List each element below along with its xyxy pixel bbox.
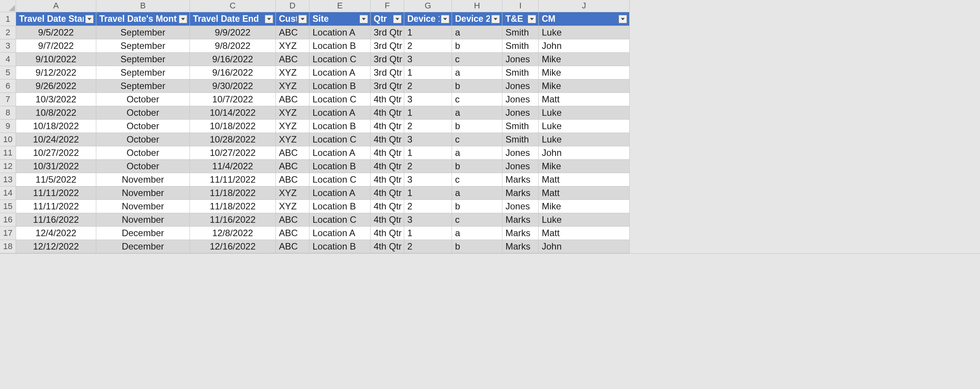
cell-D4[interactable]: ABC: [276, 53, 309, 66]
cell-C11[interactable]: 10/27/2022: [190, 146, 276, 160]
cell-E9[interactable]: Location B: [309, 120, 371, 133]
cell-I13[interactable]: Marks: [502, 173, 539, 186]
cell-B11[interactable]: October: [96, 146, 190, 160]
cell-H14[interactable]: a: [452, 186, 502, 200]
column-header-C[interactable]: C: [190, 0, 276, 12]
cell-F12[interactable]: 4th Qtr: [371, 160, 404, 173]
cell-G17[interactable]: 1: [404, 227, 452, 240]
cell-B8[interactable]: October: [96, 106, 190, 120]
cell-E11[interactable]: Location A: [309, 146, 371, 160]
cell-A13[interactable]: 11/5/2022: [16, 173, 96, 186]
row-header-3[interactable]: 3: [0, 39, 16, 53]
cell-F2[interactable]: 3rd Qtr: [371, 26, 404, 39]
column-header-I[interactable]: I: [502, 0, 539, 12]
cell-A7[interactable]: 10/3/2022: [16, 93, 96, 106]
cell-H11[interactable]: a: [452, 146, 502, 160]
cell-G2[interactable]: 1: [404, 26, 452, 39]
spreadsheet-grid[interactable]: ABCDEFGHIJ1Travel Date StartTravel Date'…: [0, 0, 980, 254]
table-header-D[interactable]: Cust: [276, 12, 309, 26]
row-header-17[interactable]: 17: [0, 227, 16, 240]
cell-F14[interactable]: 4th Qtr: [371, 186, 404, 200]
cell-F15[interactable]: 4th Qtr: [371, 200, 404, 213]
cell-F5[interactable]: 3rd Qtr: [371, 66, 404, 79]
cell-C17[interactable]: 12/8/2022: [190, 227, 276, 240]
cell-E17[interactable]: Location A: [309, 227, 371, 240]
cell-G15[interactable]: 2: [404, 200, 452, 213]
cell-C15[interactable]: 11/18/2022: [190, 200, 276, 213]
cell-I5[interactable]: Smith: [502, 66, 539, 79]
cell-E16[interactable]: Location C: [309, 213, 371, 227]
cell-H13[interactable]: c: [452, 173, 502, 186]
cell-J2[interactable]: Luke: [539, 26, 630, 39]
cell-G18[interactable]: 2: [404, 240, 452, 253]
cell-E3[interactable]: Location B: [309, 39, 371, 53]
cell-H4[interactable]: c: [452, 53, 502, 66]
row-header-12[interactable]: 12: [0, 160, 16, 173]
cell-B4[interactable]: September: [96, 53, 190, 66]
cell-H18[interactable]: b: [452, 240, 502, 253]
cell-A16[interactable]: 11/16/2022: [16, 213, 96, 227]
cell-D17[interactable]: ABC: [276, 227, 309, 240]
cell-B9[interactable]: October: [96, 120, 190, 133]
cell-J5[interactable]: Mike: [539, 66, 630, 79]
cell-A15[interactable]: 11/11/2022: [16, 200, 96, 213]
cell-D8[interactable]: XYZ: [276, 106, 309, 120]
filter-button-G[interactable]: [441, 15, 449, 23]
cell-B16[interactable]: November: [96, 213, 190, 227]
cell-A11[interactable]: 10/27/2022: [16, 146, 96, 160]
cell-H17[interactable]: a: [452, 227, 502, 240]
cell-B17[interactable]: December: [96, 227, 190, 240]
cell-D18[interactable]: ABC: [276, 240, 309, 253]
cell-A12[interactable]: 10/31/2022: [16, 160, 96, 173]
column-header-D[interactable]: D: [276, 0, 309, 12]
cell-G6[interactable]: 2: [404, 79, 452, 93]
column-header-B[interactable]: B: [96, 0, 190, 12]
row-header-13[interactable]: 13: [0, 173, 16, 186]
row-header-4[interactable]: 4: [0, 53, 16, 66]
cell-C3[interactable]: 9/8/2022: [190, 39, 276, 53]
column-header-F[interactable]: F: [371, 0, 404, 12]
cell-E8[interactable]: Location A: [309, 106, 371, 120]
cell-C12[interactable]: 11/4/2022: [190, 160, 276, 173]
cell-D13[interactable]: ABC: [276, 173, 309, 186]
cell-G16[interactable]: 3: [404, 213, 452, 227]
filter-button-F[interactable]: [393, 15, 402, 23]
table-header-E[interactable]: Site: [309, 12, 371, 26]
cell-H2[interactable]: a: [452, 26, 502, 39]
cell-A2[interactable]: 9/5/2022: [16, 26, 96, 39]
filter-button-C[interactable]: [265, 15, 273, 23]
table-header-C[interactable]: Travel Date End: [190, 12, 276, 26]
cell-D14[interactable]: XYZ: [276, 186, 309, 200]
filter-button-D[interactable]: [298, 15, 307, 23]
table-header-H[interactable]: Device 2: [452, 12, 502, 26]
cell-A6[interactable]: 9/26/2022: [16, 79, 96, 93]
cell-G14[interactable]: 1: [404, 186, 452, 200]
cell-J12[interactable]: Mike: [539, 160, 630, 173]
cell-B13[interactable]: November: [96, 173, 190, 186]
cell-I11[interactable]: Jones: [502, 146, 539, 160]
cell-B18[interactable]: December: [96, 240, 190, 253]
cell-D12[interactable]: ABC: [276, 160, 309, 173]
cell-J3[interactable]: John: [539, 39, 630, 53]
filter-button-J[interactable]: [619, 15, 627, 23]
cell-B12[interactable]: October: [96, 160, 190, 173]
cell-F11[interactable]: 4th Qtr: [371, 146, 404, 160]
cell-F13[interactable]: 4th Qtr: [371, 173, 404, 186]
cell-D6[interactable]: XYZ: [276, 79, 309, 93]
cell-G4[interactable]: 3: [404, 53, 452, 66]
row-header-18[interactable]: 18: [0, 240, 16, 253]
cell-A17[interactable]: 12/4/2022: [16, 227, 96, 240]
cell-I18[interactable]: Marks: [502, 240, 539, 253]
cell-H8[interactable]: a: [452, 106, 502, 120]
cell-C7[interactable]: 10/7/2022: [190, 93, 276, 106]
cell-H9[interactable]: b: [452, 120, 502, 133]
cell-C16[interactable]: 11/16/2022: [190, 213, 276, 227]
table-header-B[interactable]: Travel Date's Month: [96, 12, 190, 26]
row-header-10[interactable]: 10: [0, 133, 16, 146]
cell-B2[interactable]: September: [96, 26, 190, 39]
cell-F7[interactable]: 4th Qtr: [371, 93, 404, 106]
cell-E4[interactable]: Location C: [309, 53, 371, 66]
cell-G7[interactable]: 3: [404, 93, 452, 106]
cell-J15[interactable]: Mike: [539, 200, 630, 213]
cell-G13[interactable]: 3: [404, 173, 452, 186]
